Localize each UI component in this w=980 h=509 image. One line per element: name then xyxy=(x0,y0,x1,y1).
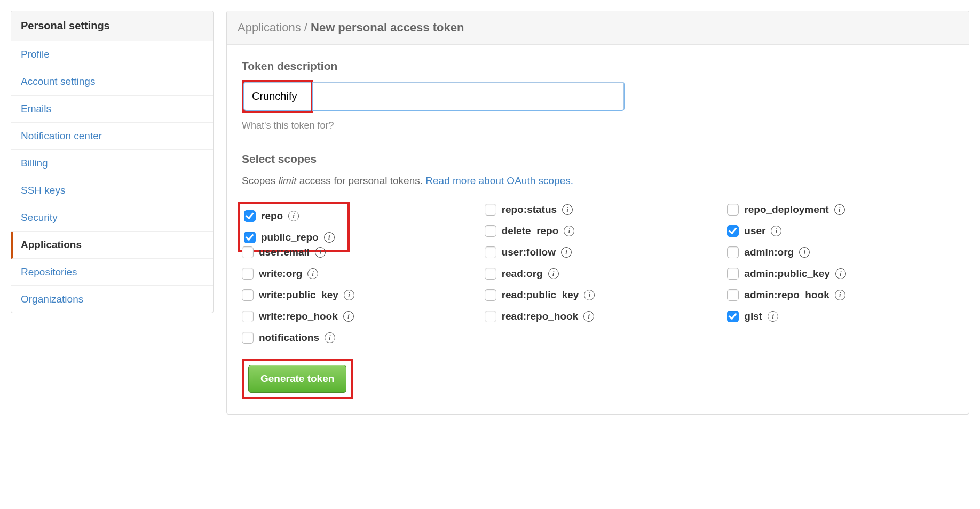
sidebar-item-applications[interactable]: Applications xyxy=(11,232,213,259)
settings-sidebar: Personal settings ProfileAccount setting… xyxy=(11,11,214,313)
generate-token-button[interactable]: Generate token xyxy=(248,365,346,393)
scope-notifications: notificationsi xyxy=(242,332,469,344)
info-icon[interactable]: i xyxy=(583,311,594,322)
scope-write_org-label: write:org xyxy=(259,268,302,280)
token-description-input[interactable] xyxy=(244,82,311,110)
scope-user_follow: user:followi xyxy=(485,246,712,258)
scope-repo_deployment-checkbox[interactable] xyxy=(727,204,739,216)
info-icon[interactable]: i xyxy=(768,311,778,322)
scope-repo_status-checkbox[interactable] xyxy=(485,204,496,216)
scope-user_email-label: user:email xyxy=(259,246,310,258)
scope-repo-checkbox[interactable] xyxy=(244,210,256,222)
info-icon[interactable]: i xyxy=(562,204,573,215)
info-icon[interactable]: i xyxy=(771,226,781,236)
info-icon[interactable]: i xyxy=(835,268,846,279)
info-icon[interactable]: i xyxy=(799,247,810,258)
scope-admin_public_key-label: admin:public_key xyxy=(744,268,830,280)
scope-delete_repo-label: delete_repo xyxy=(502,225,559,237)
scope-read_public_key-checkbox[interactable] xyxy=(485,289,496,301)
scope-read_repo_hook-checkbox[interactable] xyxy=(485,311,496,322)
scope-repo_status: repo:statusi xyxy=(485,204,712,216)
scope-write_public_key-label: write:public_key xyxy=(259,289,338,301)
sidebar-item-repos[interactable]: Repositories xyxy=(11,259,213,286)
info-icon[interactable]: i xyxy=(584,290,595,300)
scope-notifications-label: notifications xyxy=(259,332,319,344)
sidebar-heading: Personal settings xyxy=(11,11,213,41)
scopes-title: Select scopes xyxy=(242,153,954,165)
scope-write_public_key-checkbox[interactable] xyxy=(242,289,254,301)
scope-repo_deployment: repo_deploymenti xyxy=(727,204,954,216)
scope-user_follow-checkbox[interactable] xyxy=(485,246,496,258)
info-icon[interactable]: i xyxy=(343,311,354,322)
sidebar-item-account[interactable]: Account settings xyxy=(11,68,213,96)
breadcrumb-sep: / xyxy=(304,21,307,34)
scope-read_repo_hook-label: read:repo_hook xyxy=(502,311,579,322)
scope-write_repo_hook-checkbox[interactable] xyxy=(242,311,254,322)
info-icon[interactable]: i xyxy=(344,290,354,300)
scope-write_repo_hook: write:repo_hooki xyxy=(242,311,469,322)
scope-read_public_key-label: read:public_key xyxy=(502,289,579,301)
scope-user-label: user xyxy=(744,225,765,237)
scope-user_follow-label: user:follow xyxy=(502,246,556,258)
scope-admin_org-checkbox[interactable] xyxy=(727,246,739,258)
token-description-hint: What's this token for? xyxy=(242,120,954,131)
sidebar-item-billing[interactable]: Billing xyxy=(11,150,213,177)
scope-admin_public_key-checkbox[interactable] xyxy=(727,268,739,280)
scope-user: useri xyxy=(727,225,954,237)
scope-user_email-checkbox[interactable] xyxy=(242,246,254,258)
scope-write_repo_hook-label: write:repo_hook xyxy=(259,311,338,322)
sidebar-item-security[interactable]: Security xyxy=(11,204,213,232)
breadcrumb-current: New personal access token xyxy=(311,21,464,34)
scope-read_org: read:orgi xyxy=(485,268,712,280)
info-icon[interactable]: i xyxy=(325,332,335,343)
scope-admin_repo_hook-label: admin:repo_hook xyxy=(744,289,829,301)
info-icon[interactable]: i xyxy=(548,268,559,279)
scope-repo_deployment-label: repo_deployment xyxy=(744,204,828,216)
info-icon[interactable]: i xyxy=(564,226,574,236)
sidebar-item-emails[interactable]: Emails xyxy=(11,96,213,123)
scope-admin_repo_hook: admin:repo_hooki xyxy=(727,289,954,301)
scope-write_org-checkbox[interactable] xyxy=(242,268,254,280)
scope-repo_status-label: repo:status xyxy=(502,204,557,216)
sidebar-item-profile[interactable]: Profile xyxy=(11,41,213,68)
scopes-description: Scopes limit access for personal tokens.… xyxy=(242,175,954,187)
info-icon[interactable]: i xyxy=(834,204,845,215)
scope-public_repo-checkbox[interactable] xyxy=(244,232,256,243)
scope-delete_repo-checkbox[interactable] xyxy=(485,225,496,237)
info-icon[interactable]: i xyxy=(835,290,845,300)
info-icon[interactable]: i xyxy=(561,247,572,258)
scope-gist-checkbox[interactable] xyxy=(727,311,739,322)
scope-delete_repo: delete_repoi xyxy=(485,225,712,237)
scope-user-checkbox[interactable] xyxy=(727,225,739,237)
scope-gist-label: gist xyxy=(744,311,762,322)
scope-read_org-checkbox[interactable] xyxy=(485,268,496,280)
sidebar-item-notifications[interactable]: Notification center xyxy=(11,123,213,150)
scope-read_public_key: read:public_keyi xyxy=(485,289,712,301)
token-description-input-remainder[interactable] xyxy=(313,82,624,110)
scope-gist: gisti xyxy=(727,311,954,322)
scope-admin_org: admin:orgi xyxy=(727,246,954,258)
info-icon[interactable]: i xyxy=(315,247,326,258)
scope-read_repo_hook: read:repo_hooki xyxy=(485,311,712,322)
scope-admin_repo_hook-checkbox[interactable] xyxy=(727,289,739,301)
scope-admin_public_key: admin:public_keyi xyxy=(727,268,954,280)
scope-notifications-checkbox[interactable] xyxy=(242,332,254,344)
sidebar-item-orgs[interactable]: Organizations xyxy=(11,286,213,313)
token-description-label: Token description xyxy=(242,60,954,73)
scope-user_email: user:emaili xyxy=(242,246,469,258)
sidebar-item-ssh[interactable]: SSH keys xyxy=(11,177,213,204)
scope-admin_org-label: admin:org xyxy=(744,246,794,258)
scope-read_org-label: read:org xyxy=(502,268,543,280)
breadcrumb: Applications / New personal access token xyxy=(227,11,969,45)
scope-write_public_key: write:public_keyi xyxy=(242,289,469,301)
breadcrumb-root[interactable]: Applications xyxy=(238,21,301,34)
main-panel: Applications / New personal access token… xyxy=(226,11,969,415)
scope-write_org: write:orgi xyxy=(242,268,469,280)
info-icon[interactable]: i xyxy=(307,268,318,279)
scopes-learn-more-link[interactable]: Read more about OAuth scopes. xyxy=(425,175,573,186)
